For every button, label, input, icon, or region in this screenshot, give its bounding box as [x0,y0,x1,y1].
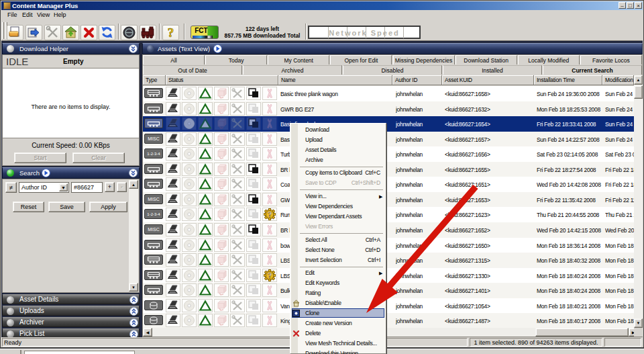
svg-text:?: ? [268,210,272,218]
svg-text:?: ? [168,26,174,40]
svg-text:?: ? [268,271,272,279]
